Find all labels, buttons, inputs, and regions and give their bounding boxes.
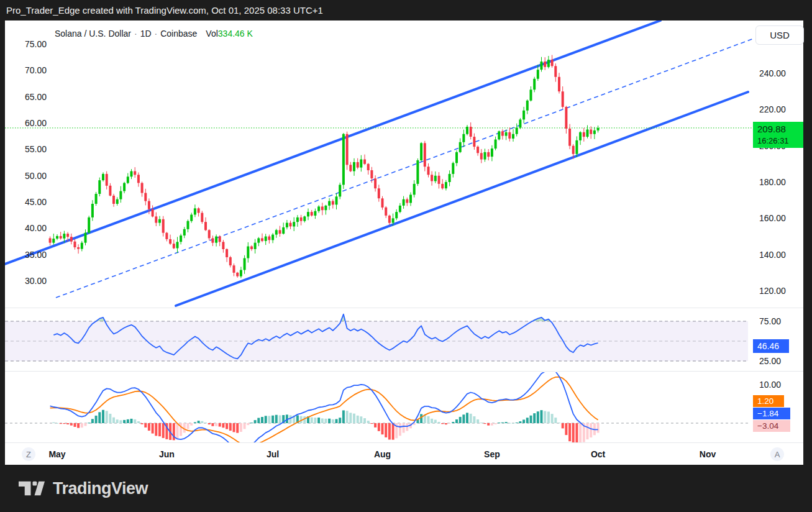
last-price-value: 209.88 (757, 123, 786, 135)
chart-panel: Solana / U.S. Dollar·1D·CoinbaseVol334.4… (5, 21, 803, 465)
symbol-legend[interactable]: Solana / U.S. Dollar·1D·CoinbaseVol334.4… (55, 29, 253, 39)
auto-scale-button[interactable]: A (770, 447, 784, 461)
currency-toggle-button[interactable]: USD (755, 25, 804, 45)
channel-lower-line[interactable] (176, 92, 748, 306)
tradingview-logo-icon[interactable] (19, 479, 45, 498)
legend-interval[interactable]: 1D (140, 29, 152, 39)
macd-histogram-value-label: −3.04 (753, 420, 790, 432)
last-price-label: 209.88 16:26:31 (753, 122, 803, 148)
channel-middle-dashed-line[interactable] (56, 39, 754, 298)
legend-separator: · (131, 29, 140, 39)
attribution-bar: Pro_Trader_Edge created with TradingView… (0, 0, 812, 21)
volume-label: Vol (206, 29, 217, 39)
legend-exchange[interactable]: Coinbase (160, 29, 197, 39)
chart-canvas[interactable] (5, 21, 803, 465)
macd-value-label: −1.84 (753, 408, 790, 419)
bar-countdown: 16:26:31 (757, 135, 789, 147)
channel-upper-line[interactable] (5, 21, 660, 264)
timezone-button[interactable]: Z (22, 447, 35, 461)
rsi-pane[interactable] (5, 314, 748, 361)
macd-histogram (52, 410, 599, 446)
candles-layer (49, 55, 600, 278)
currency-toggle-label: USD (770, 30, 790, 40)
macd-signal-value: 1.20 (757, 396, 773, 406)
rsi-value-label: 46.46 (753, 339, 789, 353)
tradingview-screenshot: Pro_Trader_Edge created with TradingView… (0, 0, 812, 512)
auto-scale-button-label: A (775, 450, 780, 459)
legend-separator: · (152, 29, 161, 39)
tradingview-wordmark[interactable]: TradingView (53, 479, 148, 498)
macd-signal-line (50, 377, 598, 446)
timezone-button-label: Z (26, 450, 31, 459)
price-pane[interactable] (5, 21, 754, 306)
footer-bar: TradingView (0, 465, 812, 512)
macd-histogram-value: −3.04 (757, 421, 778, 431)
legend-symbol[interactable]: Solana / U.S. Dollar (55, 29, 131, 39)
attribution-text: Pro_Trader_Edge created with TradingView… (6, 5, 323, 16)
rsi-value: 46.46 (757, 341, 779, 351)
macd-signal-value-label: 1.20 (753, 395, 784, 407)
macd-pane[interactable] (5, 369, 748, 452)
macd-value: −1.84 (757, 409, 778, 418)
volume-value: 334.46 K (218, 29, 253, 39)
